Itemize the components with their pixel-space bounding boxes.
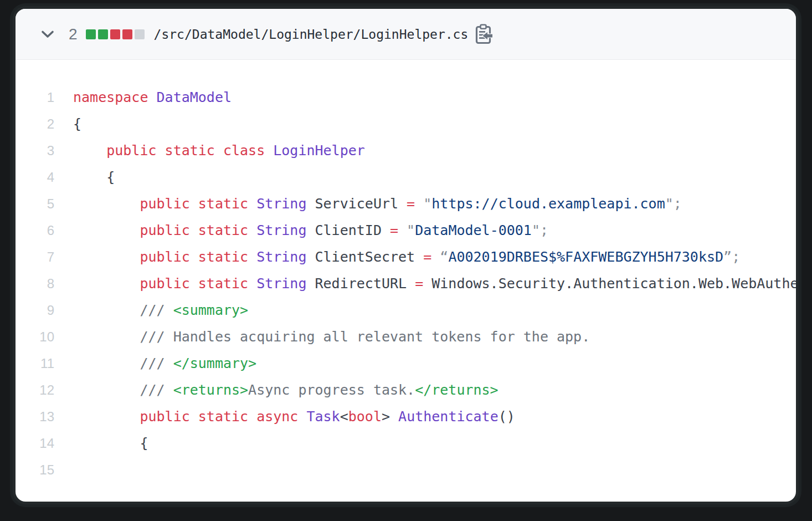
code-line: 6 public static String ClientID = "DataM… bbox=[16, 217, 796, 244]
change-count: 2 bbox=[69, 25, 78, 43]
line-number: 13 bbox=[16, 403, 54, 430]
code-line-source: namespace DataModel bbox=[73, 84, 232, 111]
file-header[interactable]: 2 /src/DataModel/LoginHelper/LoginHelper… bbox=[16, 9, 796, 60]
code-line-source: public static String ClientID = "DataMod… bbox=[73, 217, 548, 244]
line-number: 5 bbox=[16, 191, 54, 217]
screenshot-frame: 2 /src/DataModel/LoginHelper/LoginHelper… bbox=[0, 0, 812, 521]
code-line-source: /// <summary> bbox=[73, 297, 248, 324]
line-number: 12 bbox=[16, 377, 54, 403]
code-line-source: public static class LoginHelper bbox=[73, 137, 365, 164]
code-line: 5 public static String ServiceUrl = "htt… bbox=[16, 191, 796, 217]
file-path: /src/DataModel/LoginHelper/LoginHelper.c… bbox=[154, 27, 469, 42]
code-line-source: /// Handles acquiring all relevant token… bbox=[73, 324, 590, 350]
code-line-source: /// <returns>Async progress task.</retur… bbox=[73, 377, 498, 403]
line-number: 1 bbox=[16, 84, 54, 111]
code-line-source: { bbox=[73, 430, 148, 457]
line-number: 7 bbox=[16, 244, 54, 270]
diff-stat-block-added bbox=[86, 29, 96, 39]
code-line: 4 { bbox=[16, 164, 796, 191]
clipboard-copy-icon bbox=[475, 24, 492, 45]
code-line-source: public static String ServiceUrl = "https… bbox=[73, 191, 682, 217]
diff-stat-block-deleted bbox=[110, 29, 120, 39]
line-number: 14 bbox=[16, 430, 54, 457]
chevron-down-icon[interactable] bbox=[41, 30, 54, 39]
code-line: 13 public static async Task<bool> Authen… bbox=[16, 403, 796, 430]
code-line-source: { bbox=[73, 111, 81, 137]
diff-stat-blocks bbox=[86, 29, 145, 39]
line-number: 8 bbox=[16, 270, 54, 297]
code-line: 2{ bbox=[16, 111, 796, 137]
line-number: 9 bbox=[16, 297, 54, 324]
code-line-source: public static async Task<bool> Authentic… bbox=[73, 403, 515, 430]
copy-path-button[interactable] bbox=[474, 23, 494, 46]
file-diff-card: 2 /src/DataModel/LoginHelper/LoginHelper… bbox=[16, 9, 796, 502]
code-line: 11 /// </summary> bbox=[16, 350, 796, 377]
line-number: 3 bbox=[16, 137, 54, 164]
code-line-source: /// </summary> bbox=[73, 350, 256, 377]
code-line: 10 /// Handles acquiring all relevant to… bbox=[16, 324, 796, 350]
code-line: 3 public static class LoginHelper bbox=[16, 137, 796, 164]
code-line: 9 /// <summary> bbox=[16, 297, 796, 324]
code-line: 12 /// <returns>Async progress task.</re… bbox=[16, 377, 796, 403]
diff-stat-block-added bbox=[98, 29, 108, 39]
line-number: 2 bbox=[16, 111, 54, 137]
line-number: 6 bbox=[16, 217, 54, 244]
code-line: 15 bbox=[16, 457, 796, 483]
diff-stat-block-deleted bbox=[122, 29, 132, 39]
code-line-source: { bbox=[73, 164, 115, 191]
line-number: 10 bbox=[16, 324, 54, 350]
line-number: 15 bbox=[16, 457, 54, 483]
line-number: 4 bbox=[16, 164, 54, 191]
code-line: 8 public static String RedirectURL = Win… bbox=[16, 270, 796, 297]
code-line-source: public static String RedirectURL = Windo… bbox=[73, 270, 796, 297]
line-number: 11 bbox=[16, 350, 54, 377]
code-line: 14 { bbox=[16, 430, 796, 457]
code-line: 7 public static String ClientSecret = “A… bbox=[16, 244, 796, 270]
code-line: 1namespace DataModel bbox=[16, 84, 796, 111]
diff-stat-block-neutral bbox=[135, 29, 145, 39]
code-block: 1namespace DataModel2{3 public static cl… bbox=[16, 60, 796, 502]
code-line-source: public static String ClientSecret = “A00… bbox=[73, 244, 740, 270]
